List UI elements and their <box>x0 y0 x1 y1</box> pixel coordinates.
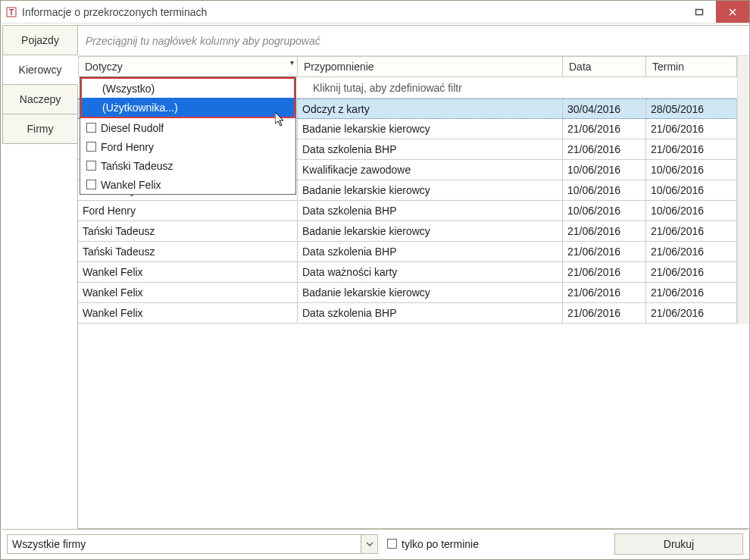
filter-icon[interactable]: ▾ <box>290 58 294 67</box>
column-header-label: Data <box>569 61 592 73</box>
table-row[interactable]: Tański TadeuszBadanie lekarskie kierowcy… <box>78 221 737 242</box>
checkbox[interactable] <box>86 161 96 171</box>
cell: 10/06/2016 <box>563 180 646 201</box>
cell: Tański Tadeusz <box>78 221 298 242</box>
cell: 21/06/2016 <box>646 283 737 303</box>
cell: 21/06/2016 <box>646 262 737 283</box>
filter-item-custom[interactable]: (Użytkownika...) <box>82 98 294 117</box>
tab-pojazdy[interactable]: Pojazdy <box>2 25 78 55</box>
cell: 30/04/2016 <box>563 99 646 119</box>
window-controls <box>683 1 749 23</box>
cell: 21/06/2016 <box>563 303 646 324</box>
cell: 21/06/2016 <box>563 139 646 160</box>
filter-dropdown-special-group: (Wszystko) (Użytkownika...) <box>80 77 295 118</box>
cell: Tański Tadeusz <box>78 242 298 262</box>
checkbox[interactable] <box>86 180 96 189</box>
content: Pojazdy Kierowcy Naczepy Firmy Przeciągn… <box>1 23 749 559</box>
titlebar: T Informacje o przekroczonych terminach <box>1 1 749 23</box>
cell: Wankel Felix <box>78 303 298 324</box>
print-button-label: Drukuj <box>664 538 694 550</box>
cell: 21/06/2016 <box>563 119 646 139</box>
app-icon: T <box>5 6 17 18</box>
filter-hint[interactable]: Kliknij tutaj, aby zdefiniować filtr <box>298 77 737 99</box>
cell: Badanie lekarskie kierowcy <box>298 283 563 303</box>
grid-area: Przeciągnij tu nagłówek kolumny aby pogr… <box>77 25 750 529</box>
main-row: Pojazdy Kierowcy Naczepy Firmy Przeciągn… <box>2 25 748 529</box>
window-title: Informacje o przekroczonych terminach <box>22 6 683 18</box>
column-header-dotyczy[interactable]: Dotyczy ▾ <box>78 56 298 77</box>
cell: Data szkolenia BHP <box>298 139 563 160</box>
table-row[interactable]: Ford HenryData szkolenia BHP10/06/201610… <box>78 201 737 221</box>
tab-firmy[interactable]: Firmy <box>2 114 78 144</box>
cell: 21/06/2016 <box>563 262 646 283</box>
cell: Badanie lekarskie kierowcy <box>298 180 563 201</box>
column-header-label: Dotyczy <box>85 61 123 73</box>
cell: 21/06/2016 <box>646 221 737 242</box>
company-combo-value: Wszystkie firmy <box>8 538 361 550</box>
filter-item[interactable]: Ford Henry <box>80 137 295 156</box>
cell: Data szkolenia BHP <box>298 242 563 262</box>
cell: 21/06/2016 <box>646 119 737 139</box>
cell: 10/06/2016 <box>563 160 646 180</box>
cell: Data szkolenia BHP <box>298 201 563 221</box>
maximize-button[interactable] <box>683 1 716 23</box>
print-button[interactable]: Drukuj <box>614 533 743 555</box>
cell: 10/06/2016 <box>646 180 737 201</box>
cell: Wankel Felix <box>78 262 298 283</box>
close-button[interactable] <box>716 1 749 23</box>
vertical-tabs: Pojazdy Kierowcy Naczepy Firmy <box>2 25 78 529</box>
svg-rect-2 <box>696 9 703 14</box>
filter-item[interactable]: Diesel Rudolf <box>80 118 295 137</box>
cell: Data ważności karty <box>298 262 563 283</box>
group-by-bar[interactable]: Przeciągnij tu nagłówek kolumny aby pogr… <box>78 26 749 56</box>
cell: 10/06/2016 <box>563 201 646 221</box>
column-headers: Dotyczy ▾ Przypomnienie Data Termin <box>78 56 737 77</box>
cell: Badanie lekarskie kierowcy <box>298 119 563 139</box>
filter-item-label: Wankel Felix <box>101 179 161 191</box>
filter-dropdown[interactable]: (Wszystko) (Użytkownika...) Diesel Rudol… <box>80 77 296 195</box>
column-header-label: Termin <box>652 61 684 73</box>
vertical-scrollbar[interactable] <box>737 56 749 324</box>
cell: 10/06/2016 <box>646 201 737 221</box>
table-row[interactable]: Wankel FelixData ważności karty21/06/201… <box>78 262 737 283</box>
cell: Odczyt z karty <box>298 99 563 119</box>
tab-naczepy[interactable]: Naczepy <box>2 84 78 114</box>
cell: 21/06/2016 <box>646 303 737 324</box>
checkbox[interactable] <box>86 142 96 152</box>
cell: 21/06/2016 <box>646 139 737 160</box>
cell: Badanie lekarskie kierowcy <box>298 221 563 242</box>
column-header-label: Przypomnienie <box>304 61 374 73</box>
table-row[interactable]: Tański TadeuszData szkolenia BHP21/06/20… <box>78 242 737 262</box>
filter-item-label: Diesel Rudolf <box>101 122 164 134</box>
checkbox[interactable] <box>86 123 96 133</box>
cell: 28/05/2016 <box>646 99 737 119</box>
cell: Wankel Felix <box>78 283 298 303</box>
company-combo[interactable]: Wszystkie firmy <box>7 534 378 554</box>
footer: Wszystkie firmy tylko po terminie Drukuj <box>2 529 748 558</box>
cell: 21/06/2016 <box>563 242 646 262</box>
only-overdue-checkbox[interactable]: tylko po terminie <box>387 538 479 550</box>
checkbox[interactable] <box>387 539 397 549</box>
cell: Ford Henry <box>78 201 298 221</box>
table-row[interactable]: Wankel FelixData szkolenia BHP21/06/2016… <box>78 303 737 324</box>
cell: Data szkolenia BHP <box>298 303 563 324</box>
filter-item-all[interactable]: (Wszystko) <box>82 79 294 98</box>
table-row[interactable]: Wankel FelixBadanie lekarskie kierowcy21… <box>78 283 737 303</box>
filter-item[interactable]: Wankel Felix <box>80 175 295 194</box>
tab-kierowcy[interactable]: Kierowcy <box>2 55 78 85</box>
chevron-down-icon[interactable] <box>361 535 377 553</box>
cell: 21/06/2016 <box>646 242 737 262</box>
cell: 21/06/2016 <box>563 221 646 242</box>
app-window: T Informacje o przekroczonych terminach … <box>0 0 750 560</box>
filter-item[interactable]: Tański Tadeusz <box>80 156 295 175</box>
column-header-termin[interactable]: Termin <box>646 56 737 77</box>
checkbox-label: tylko po terminie <box>402 538 479 550</box>
column-header-data[interactable]: Data <box>563 56 646 77</box>
filter-item-label: Ford Henry <box>101 141 154 153</box>
filter-item-label: (Użytkownika...) <box>102 102 178 114</box>
filter-item-label: Tański Tadeusz <box>101 160 173 172</box>
cell: 21/06/2016 <box>563 283 646 303</box>
svg-text:T: T <box>9 8 14 17</box>
filter-item-label: (Wszystko) <box>102 83 155 95</box>
column-header-przypomnienie[interactable]: Przypomnienie <box>298 56 563 77</box>
